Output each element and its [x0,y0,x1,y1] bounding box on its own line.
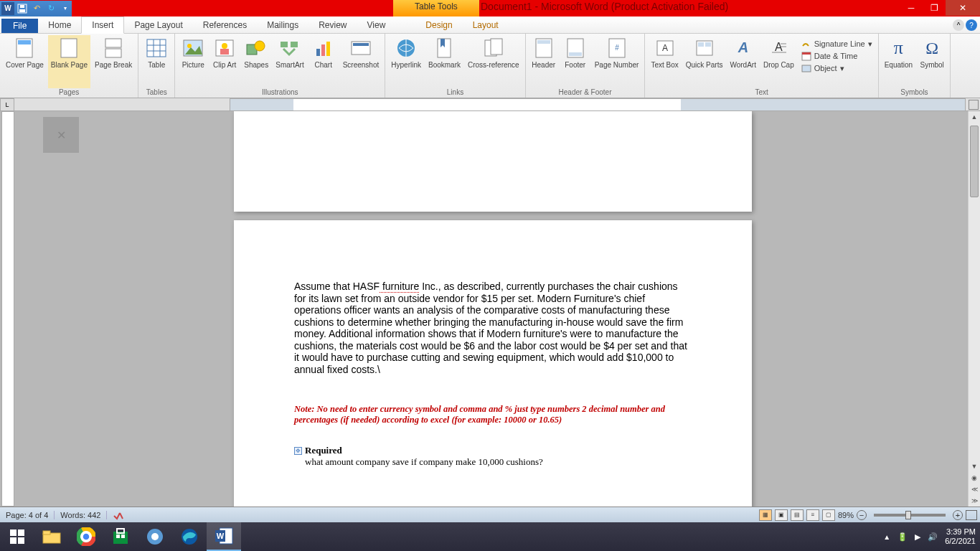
scroll-down-arrow[interactable]: ▼ [969,461,980,472]
zoom-fit-icon[interactable] [966,510,977,520]
object-button[interactable]: Object ▾ [798,62,875,74]
note-paragraph[interactable]: Note: No need to enter currency symbol a… [294,404,689,425]
next-page-icon[interactable]: ≫ [969,495,980,507]
drop-cap-button[interactable]: ADrop Cap [760,35,797,88]
required-heading[interactable]: Required [305,445,342,456]
group-links: Hyperlink Bookmark Cross-reference Links [385,34,525,98]
close-button[interactable]: ✕ [946,0,980,16]
tab-mailings[interactable]: Mailings [257,17,308,33]
zoom-out-button[interactable]: − [857,510,867,520]
page-break-button[interactable]: Page Break [92,35,135,88]
ruler-toggle[interactable] [969,100,979,110]
svg-rect-66 [116,534,120,538]
equation-button[interactable]: πEquation [882,35,915,88]
page-number-button[interactable]: #Page Number [592,35,642,88]
ruler-area: L [0,98,980,111]
web-layout-view-icon[interactable]: ▤ [791,509,804,521]
signature-line-button[interactable]: Signature Line ▾ [798,38,875,50]
page-current[interactable]: Assume that HASF furniture Inc., as desc… [234,220,752,507]
hyperlink-button[interactable]: Hyperlink [388,35,424,88]
draft-view-icon[interactable]: ▢ [822,509,835,521]
tray-action-center-icon[interactable]: ▶ [915,532,920,542]
tab-review[interactable]: Review [308,17,357,33]
screenshot-button[interactable]: Screenshot [340,35,382,88]
tab-page-layout[interactable]: Page Layout [124,17,192,33]
tab-file[interactable]: File [1,19,38,33]
tab-view[interactable]: View [357,17,396,33]
bookmark-button[interactable]: Bookmark [425,35,463,88]
picture-button[interactable]: Picture [178,35,208,88]
symbol-button[interactable]: ΩSymbol [917,35,947,88]
scroll-up-arrow[interactable]: ▲ [969,111,980,123]
svg-rect-42 [705,42,711,47]
shapes-button[interactable]: Shapes [241,35,271,88]
store-icon[interactable] [103,522,138,551]
horizontal-ruler[interactable] [230,98,966,111]
minimize-ribbon-icon[interactable]: ^ [953,19,964,31]
zoom-slider[interactable] [874,514,946,517]
help-icon[interactable]: ? [966,19,977,31]
undo-icon[interactable]: ↶ [30,2,43,15]
tab-home[interactable]: Home [38,17,81,33]
restore-button[interactable]: ❐ [923,0,946,16]
tray-show-hidden-icon[interactable]: ▲ [883,533,890,541]
scroll-thumb[interactable] [970,126,979,197]
cover-page-button[interactable]: Cover Page [3,35,47,88]
zoom-level[interactable]: 89% [838,511,854,519]
body-paragraph[interactable]: Assume that HASF furniture Inc., as desc… [294,281,689,375]
word-taskbar-icon[interactable]: W [207,522,241,551]
chart-button[interactable]: Chart [308,35,339,88]
footer-button[interactable]: Footer [560,35,590,88]
cross-reference-button[interactable]: Cross-reference [465,35,522,88]
wordart-button[interactable]: AWordArt [727,35,759,88]
svg-line-51 [120,513,123,519]
svg-rect-67 [121,534,125,538]
tab-design[interactable]: Design [415,17,462,33]
outline-view-icon[interactable]: ≡ [806,509,819,521]
table-move-handle-icon[interactable]: ✥ [294,447,302,455]
system-clock[interactable]: 3:39 PM 6/2/2021 [945,527,976,546]
tab-selector[interactable]: L [0,98,14,111]
tab-layout[interactable]: Layout [463,17,509,33]
blank-page-button[interactable]: Blank Page [48,35,90,88]
file-explorer-icon[interactable] [34,522,69,551]
group-text: AText Box Quick Parts AWordArt ADrop Cap… [645,34,878,98]
vertical-ruler[interactable] [1,111,14,507]
date-time-button[interactable]: Date & Time [798,50,875,62]
header-button[interactable]: Header [529,35,559,88]
chromium-icon[interactable] [138,522,172,551]
zoom-in-button[interactable]: + [953,510,963,520]
qat-dropdown-icon[interactable]: ▾ [59,2,72,15]
previous-page-icon[interactable]: ≪ [969,484,980,495]
tab-insert[interactable]: Insert [81,17,124,34]
browse-object-icon[interactable]: ◉ [969,472,980,484]
save-icon[interactable] [16,2,29,15]
quick-parts-button[interactable]: Quick Parts [683,35,726,88]
table-button[interactable]: Table [141,35,171,88]
word-app-icon[interactable]: W [1,2,14,15]
text-box-button[interactable]: AText Box [648,35,681,88]
group-illustrations: Picture Clip Art Shapes SmartArt Chart S… [175,34,385,98]
tray-battery-icon[interactable]: 🔋 [897,532,908,542]
group-label-pages: Pages [3,88,135,98]
status-bar: Page: 4 of 4 Words: 442 ▦ ▣ ▤ ≡ ▢ 89% − … [0,507,980,522]
vertical-scrollbar[interactable]: ▲ ▼ ◉ ≪ ≫ [968,111,980,507]
redo-icon[interactable]: ↻ [44,2,57,15]
svg-rect-49 [802,52,811,55]
start-button[interactable] [0,522,34,551]
chrome-icon[interactable] [69,522,103,551]
print-layout-view-icon[interactable]: ▦ [759,509,772,521]
navigation-pane-close[interactable]: ✕ [43,117,79,153]
status-page[interactable]: Page: 4 of 4 [0,511,55,519]
question-text[interactable]: what amount company save if company make… [305,456,689,468]
table-tools-contextual-tab: Table Tools [393,0,479,17]
tray-volume-icon[interactable]: 🔊 [928,532,938,542]
edge-icon[interactable] [172,522,207,551]
tab-references[interactable]: References [193,17,257,33]
full-screen-view-icon[interactable]: ▣ [775,509,788,521]
status-words[interactable]: Words: 442 [55,511,107,519]
clip-art-button[interactable]: Clip Art [209,35,240,88]
minimize-button[interactable]: ─ [900,0,923,16]
status-proofing-icon[interactable] [107,510,130,520]
smartart-button[interactable]: SmartArt [273,35,306,88]
